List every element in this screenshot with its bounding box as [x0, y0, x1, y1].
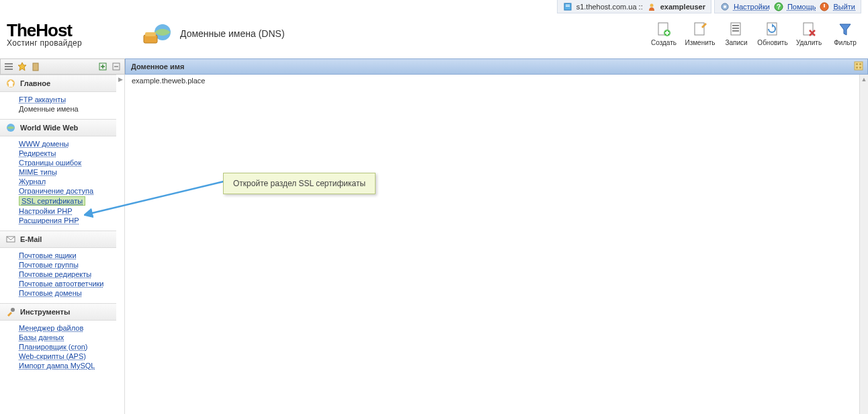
logout-link[interactable]: Выйти: [833, 3, 855, 11]
column-header[interactable]: Доменное имя: [125, 58, 868, 75]
server-icon: [563, 2, 572, 11]
sidebar-item-mime[interactable]: MIME типы: [19, 168, 57, 176]
create-button[interactable]: Создать: [648, 19, 680, 48]
svg-rect-22: [5, 63, 13, 65]
main-toolbar: Создать Изменить Записи Обновить Удалить…: [648, 19, 861, 48]
sidebar-item-errorpages[interactable]: Страницы ошибок: [19, 159, 81, 167]
sidebar-item-mysqlimport[interactable]: Импорт дампа MySQL: [19, 362, 95, 370]
edit-label: Изменить: [685, 39, 715, 46]
sidebar-item-mailboxes[interactable]: Почтовые ящики: [19, 251, 77, 259]
expand-icon[interactable]: [97, 61, 108, 72]
delete-icon: [799, 20, 818, 39]
section-tools-label: Инструменты: [20, 308, 70, 316]
sidebar-item-filemanager[interactable]: Менеджер файлов: [19, 324, 83, 332]
refresh-button[interactable]: Обновить: [756, 19, 789, 48]
svg-rect-34: [859, 63, 861, 65]
svg-rect-19: [732, 30, 739, 32]
content-area: example.theweb.place: [125, 75, 868, 414]
sidebar-item-wwwdomains[interactable]: WWW домены: [19, 140, 69, 148]
filter-button[interactable]: Фильтр: [829, 19, 861, 48]
sidebar-item-cron[interactable]: Планировщик (cron): [19, 343, 88, 351]
svg-rect-25: [33, 63, 38, 71]
section-www-label: World Wide Web: [20, 124, 78, 132]
sidebar-item-domains[interactable]: Доменные имена: [19, 105, 79, 113]
svg-rect-35: [856, 67, 858, 69]
sidebar-item-databases[interactable]: Базы данных: [19, 333, 64, 341]
svg-point-3: [650, 3, 653, 7]
tools-icon: [5, 306, 16, 317]
sidebar-item-webscripts[interactable]: Web-скрипты (APS): [19, 352, 86, 360]
section-email-label: E-Mail: [20, 235, 42, 243]
section-tools[interactable]: Инструменты: [0, 303, 124, 321]
svg-rect-33: [856, 63, 858, 65]
clipboard-icon[interactable]: [30, 61, 41, 72]
logo-subtitle: Хостинг провайдер: [7, 38, 124, 48]
records-label: Записи: [725, 39, 747, 46]
sidebar-item-mailredirects[interactable]: Почтовые редиректы: [19, 270, 91, 278]
edit-button[interactable]: Изменить: [684, 19, 716, 48]
help-link[interactable]: Помощь: [787, 3, 816, 11]
sidebar-item-mailgroups[interactable]: Почтовые группы: [19, 261, 79, 269]
records-button[interactable]: Записи: [720, 19, 752, 48]
filter-icon: [836, 20, 855, 39]
sidebar-item-redirects[interactable]: Редиректы: [19, 149, 56, 157]
svg-rect-1: [566, 5, 570, 5]
gear-icon: [720, 2, 730, 11]
server-info: s1.thehost.com.ua :: exampleuser: [557, 0, 711, 13]
callout-tooltip: Откройте раздел SSL сертификаты: [223, 173, 376, 194]
list-icon[interactable]: [3, 61, 14, 72]
domain-cell: example.theweb.place: [132, 77, 205, 85]
settings-link[interactable]: Настройки: [734, 3, 770, 11]
sidebar-item-log[interactable]: Журнал: [19, 177, 46, 185]
svg-rect-18: [732, 28, 739, 29]
arrow-column: ▶: [116, 75, 125, 414]
user-label: exampleuser: [660, 3, 705, 11]
svg-rect-2: [566, 6, 570, 7]
sidebar: Главное FTP аккаунты Доменные имена Worl…: [0, 75, 125, 414]
section-main[interactable]: Главное: [0, 75, 124, 92]
section-main-label: Главное: [20, 79, 50, 87]
user-icon: [647, 2, 656, 11]
globe-icon: [5, 122, 16, 133]
help-icon: ?: [774, 2, 783, 11]
svg-rect-17: [732, 25, 739, 26]
sidebar-item-ssl[interactable]: SSL сертификаты: [19, 196, 85, 206]
svg-rect-12: [145, 32, 156, 36]
filter-label: Фильтр: [834, 39, 857, 46]
chevron-right-icon[interactable]: ▶: [116, 75, 124, 83]
mail-icon: [5, 234, 16, 245]
refresh-icon: [763, 20, 782, 39]
section-email[interactable]: E-Mail: [0, 231, 124, 248]
sidebar-item-ftp[interactable]: FTP аккаунты: [19, 95, 66, 104]
sidebar-item-phpext[interactable]: Расширения PHP: [19, 216, 79, 224]
topbar: s1.thehost.com.ua :: exampleuser Настрой…: [557, 0, 868, 13]
delete-label: Удалить: [796, 39, 822, 46]
sidebar-item-maildomains[interactable]: Почтовые домены: [19, 289, 82, 297]
scrollbar[interactable]: ▲: [859, 75, 868, 414]
page-title: Доменные имена (DNS): [180, 28, 285, 39]
sidebar-item-autoresponders[interactable]: Почтовые автоответчики: [19, 280, 103, 288]
edit-icon: [691, 20, 709, 39]
sidebar-item-accesslimit[interactable]: Ограничение доступа: [19, 187, 93, 195]
column-settings-icon[interactable]: [854, 61, 865, 72]
logo: TheHost Хостинг провайдер: [7, 20, 124, 48]
collapse-icon[interactable]: [111, 61, 122, 72]
create-label: Создать: [651, 39, 677, 46]
table-row[interactable]: example.theweb.place: [125, 75, 868, 87]
delete-button[interactable]: Удалить: [793, 19, 825, 48]
callout-text: Откройте раздел SSL сертификаты: [233, 179, 365, 188]
topbar-links: Настройки ? Помощь Выйти: [714, 0, 861, 13]
svg-rect-36: [859, 67, 861, 69]
svg-rect-32: [855, 62, 863, 70]
svg-point-31: [11, 308, 15, 312]
records-icon: [727, 20, 746, 39]
home-icon: [5, 78, 16, 89]
create-icon: [654, 20, 673, 39]
refresh-label: Обновить: [757, 39, 787, 46]
page-icon: [141, 20, 173, 47]
star-icon[interactable]: [17, 61, 28, 72]
section-www[interactable]: World Wide Web: [0, 119, 124, 136]
column-header-label: Доменное имя: [131, 63, 184, 71]
sidebar-item-phpsettings[interactable]: Настройки PHP: [19, 207, 73, 215]
svg-point-5: [724, 5, 726, 8]
